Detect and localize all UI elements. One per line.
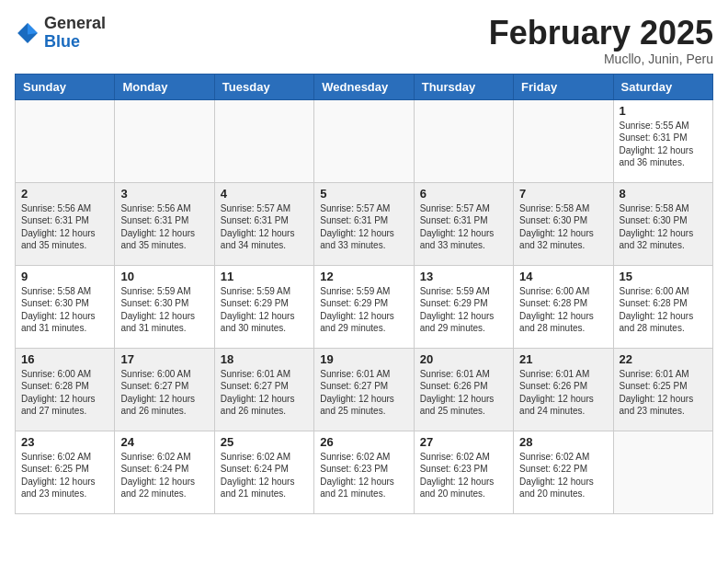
day-info: Sunrise: 5:58 AM Sunset: 6:30 PM Dayligh… [620,202,707,252]
day-info: Sunrise: 5:57 AM Sunset: 6:31 PM Dayligh… [320,202,407,252]
day-number: 7 [519,187,607,201]
calendar-week-row: 16Sunrise: 6:00 AM Sunset: 6:28 PM Dayli… [16,348,713,431]
day-number: 23 [21,435,108,449]
day-number: 24 [120,435,208,449]
calendar-day-cell [214,99,313,182]
day-info: Sunrise: 6:02 AM Sunset: 6:22 PM Dayligh… [519,451,607,500]
calendar-day-cell: 25Sunrise: 6:02 AM Sunset: 6:24 PM Dayli… [214,431,313,513]
title-block: February 2025 Mucllo, Junin, Peru [489,15,713,66]
logo-icon [15,20,40,46]
calendar-week-row: 23Sunrise: 6:02 AM Sunset: 6:25 PM Dayli… [16,431,713,513]
day-info: Sunrise: 5:57 AM Sunset: 6:31 PM Dayligh… [221,202,308,252]
calendar-day-cell [514,99,613,182]
day-info: Sunrise: 6:00 AM Sunset: 6:27 PM Dayligh… [120,368,208,418]
day-info: Sunrise: 5:55 AM Sunset: 6:31 PM Dayligh… [620,120,707,169]
day-number: 13 [420,270,507,283]
day-info: Sunrise: 6:01 AM Sunset: 6:27 PM Dayligh… [221,368,308,418]
day-number: 6 [420,187,507,201]
day-info: Sunrise: 6:01 AM Sunset: 6:26 PM Dayligh… [420,368,507,418]
col-header-sunday: Sunday [16,74,115,99]
calendar-day-cell: 20Sunrise: 6:01 AM Sunset: 6:26 PM Dayli… [414,348,513,431]
day-number: 19 [320,352,407,366]
day-info: Sunrise: 5:57 AM Sunset: 6:31 PM Dayligh… [420,202,507,252]
day-info: Sunrise: 6:01 AM Sunset: 6:25 PM Dayligh… [620,368,707,418]
calendar-day-cell: 2Sunrise: 5:56 AM Sunset: 6:31 PM Daylig… [16,182,115,265]
calendar-day-cell: 21Sunrise: 6:01 AM Sunset: 6:26 PM Dayli… [514,348,613,431]
calendar-day-cell: 5Sunrise: 5:57 AM Sunset: 6:31 PM Daylig… [314,182,414,265]
day-number: 22 [620,352,707,366]
calendar-day-cell: 28Sunrise: 6:02 AM Sunset: 6:22 PM Dayli… [514,431,613,513]
calendar-day-cell: 13Sunrise: 5:59 AM Sunset: 6:29 PM Dayli… [414,265,513,348]
day-number: 18 [221,352,308,366]
day-info: Sunrise: 6:02 AM Sunset: 6:23 PM Dayligh… [320,451,407,500]
day-info: Sunrise: 5:59 AM Sunset: 6:30 PM Dayligh… [120,285,208,335]
day-number: 11 [221,270,308,283]
day-info: Sunrise: 5:59 AM Sunset: 6:29 PM Dayligh… [420,285,507,335]
calendar-day-cell: 18Sunrise: 6:01 AM Sunset: 6:27 PM Dayli… [214,348,313,431]
day-info: Sunrise: 6:02 AM Sunset: 6:25 PM Dayligh… [21,451,108,500]
calendar-week-row: 1Sunrise: 5:55 AM Sunset: 6:31 PM Daylig… [16,99,713,182]
day-number: 5 [320,187,407,201]
calendar-week-row: 9Sunrise: 5:58 AM Sunset: 6:30 PM Daylig… [16,265,713,348]
calendar-week-row: 2Sunrise: 5:56 AM Sunset: 6:31 PM Daylig… [16,182,713,265]
calendar-day-cell [314,99,414,182]
day-info: Sunrise: 6:00 AM Sunset: 6:28 PM Dayligh… [519,285,607,335]
day-number: 12 [320,270,407,283]
calendar-day-cell: 11Sunrise: 5:59 AM Sunset: 6:29 PM Dayli… [214,265,313,348]
day-info: Sunrise: 6:00 AM Sunset: 6:28 PM Dayligh… [620,285,707,335]
day-number: 27 [420,435,507,449]
col-header-monday: Monday [115,74,214,99]
page-header: General Blue February 2025 Mucllo, Junin… [15,15,713,66]
day-number: 17 [120,352,208,366]
day-info: Sunrise: 5:56 AM Sunset: 6:31 PM Dayligh… [21,202,108,252]
location-subtitle: Mucllo, Junin, Peru [489,52,713,66]
day-info: Sunrise: 6:00 AM Sunset: 6:28 PM Dayligh… [21,368,108,418]
day-number: 15 [620,270,707,283]
day-number: 25 [221,435,308,449]
svg-marker-1 [28,23,38,34]
calendar-day-cell: 6Sunrise: 5:57 AM Sunset: 6:31 PM Daylig… [414,182,513,265]
day-number: 9 [21,270,108,283]
day-info: Sunrise: 5:56 AM Sunset: 6:31 PM Dayligh… [120,202,208,252]
calendar-table: SundayMondayTuesdayWednesdayThursdayFrid… [15,74,713,514]
day-info: Sunrise: 6:02 AM Sunset: 6:24 PM Dayligh… [221,451,308,500]
day-number: 26 [320,435,407,449]
logo-general: General [44,14,106,32]
col-header-wednesday: Wednesday [314,74,414,99]
calendar-day-cell: 16Sunrise: 6:00 AM Sunset: 6:28 PM Dayli… [16,348,115,431]
col-header-thursday: Thursday [414,74,513,99]
day-number: 3 [120,187,208,201]
day-number: 8 [620,187,707,201]
calendar-day-cell: 4Sunrise: 5:57 AM Sunset: 6:31 PM Daylig… [214,182,313,265]
logo-text: General Blue [44,15,106,52]
calendar-day-cell [16,99,115,182]
day-number: 10 [120,270,208,283]
day-number: 21 [519,352,607,366]
day-info: Sunrise: 6:02 AM Sunset: 6:23 PM Dayligh… [420,451,507,500]
col-header-saturday: Saturday [613,74,712,99]
calendar-day-cell: 24Sunrise: 6:02 AM Sunset: 6:24 PM Dayli… [115,431,214,513]
calendar-day-cell: 14Sunrise: 6:00 AM Sunset: 6:28 PM Dayli… [514,265,613,348]
day-number: 4 [221,187,308,201]
day-info: Sunrise: 6:01 AM Sunset: 6:26 PM Dayligh… [519,368,607,418]
day-number: 2 [21,187,108,201]
day-info: Sunrise: 5:58 AM Sunset: 6:30 PM Dayligh… [519,202,607,252]
day-info: Sunrise: 5:59 AM Sunset: 6:29 PM Dayligh… [320,285,407,335]
calendar-day-cell: 22Sunrise: 6:01 AM Sunset: 6:25 PM Dayli… [613,348,712,431]
logo: General Blue [15,15,106,52]
day-info: Sunrise: 6:02 AM Sunset: 6:24 PM Dayligh… [120,451,208,500]
calendar-day-cell: 23Sunrise: 6:02 AM Sunset: 6:25 PM Dayli… [16,431,115,513]
calendar-day-cell [414,99,513,182]
logo-blue: Blue [44,32,80,51]
calendar-day-cell: 26Sunrise: 6:02 AM Sunset: 6:23 PM Dayli… [314,431,414,513]
day-number: 28 [519,435,607,449]
calendar-header-row: SundayMondayTuesdayWednesdayThursdayFrid… [16,74,713,99]
day-info: Sunrise: 5:59 AM Sunset: 6:29 PM Dayligh… [221,285,308,335]
calendar-day-cell: 12Sunrise: 5:59 AM Sunset: 6:29 PM Dayli… [314,265,414,348]
day-number: 20 [420,352,507,366]
calendar-day-cell [613,431,712,513]
calendar-day-cell: 7Sunrise: 5:58 AM Sunset: 6:30 PM Daylig… [514,182,613,265]
calendar-day-cell: 27Sunrise: 6:02 AM Sunset: 6:23 PM Dayli… [414,431,513,513]
calendar-day-cell [115,99,214,182]
calendar-day-cell: 8Sunrise: 5:58 AM Sunset: 6:30 PM Daylig… [613,182,712,265]
